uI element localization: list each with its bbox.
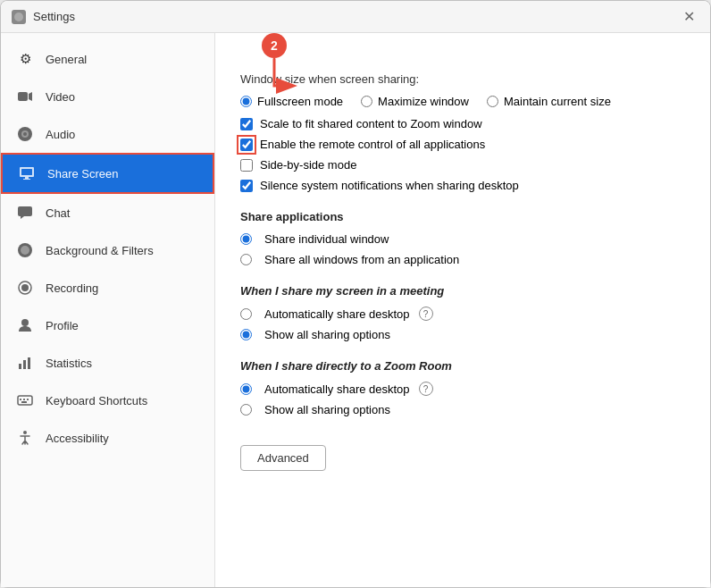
radio-maximize-input[interactable] [361,96,372,107]
radio-show-all-sharing-zoom-input[interactable] [240,404,252,416]
sidebar-label-statistics: Statistics [46,357,92,370]
checkbox-silence-notifications[interactable]: Silence system notifications when sharin… [240,179,685,192]
svg-point-16 [21,319,29,326]
svg-marker-11 [21,216,24,219]
settings-window: Settings ✕ ⚙ General Video [0,0,711,588]
sidebar-item-keyboard-shortcuts[interactable]: Keyboard Shortcuts [1,382,214,419]
svg-point-0 [14,13,23,21]
checkbox-enable-remote-input[interactable] [240,139,253,151]
radio-show-all-sharing-zoom[interactable]: Show all sharing options [240,403,685,416]
info-icon-meeting[interactable]: ? [419,307,433,321]
radio-maintain-label: Maintain current size [504,95,611,108]
checkbox-silence-notifications-label: Silence system notifications when sharin… [260,179,519,192]
svg-rect-21 [20,399,21,400]
checkbox-scale-fit[interactable]: Scale to fit shared content to Zoom wind… [240,117,685,130]
share-screen-icon [17,164,37,183]
svg-rect-10 [18,206,32,216]
settings-app-icon [12,10,26,24]
radio-share-individual-input[interactable] [240,233,252,245]
radio-maintain-input[interactable] [487,96,498,107]
sidebar-label-keyboard-shortcuts: Keyboard Shortcuts [46,394,147,407]
radio-maximize[interactable]: Maximize window [361,95,469,108]
share-applications-header: Share applications [240,210,685,223]
svg-rect-7 [21,169,32,175]
sidebar-label-accessibility: Accessibility [46,432,109,445]
radio-auto-share-desktop-meeting[interactable]: Automatically share desktop ? [240,307,685,321]
video-icon [15,87,35,106]
statistics-icon [15,353,35,373]
sidebar-label-video: Video [46,90,75,104]
sidebar-item-audio[interactable]: Audio [1,115,214,153]
arrow-2 [265,55,310,99]
sidebar-item-background-filters[interactable]: Background & Filters [1,231,214,269]
window-title: Settings [33,10,75,23]
svg-rect-20 [18,396,32,405]
sidebar-item-accessibility[interactable]: Accessibility [1,419,214,457]
radio-maximize-label: Maximize window [378,95,469,108]
svg-point-5 [23,132,27,136]
radio-auto-share-desktop-zoom-label: Automatically share desktop [264,382,410,396]
sidebar-item-recording[interactable]: Recording [1,269,214,307]
checkbox-side-by-side[interactable]: Side-by-side mode [240,158,685,172]
radio-share-all-windows-label: Share all windows from an application [264,253,459,266]
radio-share-individual[interactable]: Share individual window [240,232,685,246]
sidebar-label-share-screen: Share Screen [47,167,119,181]
checkbox-side-by-side-input[interactable] [240,159,253,172]
radio-show-all-sharing-meeting-input[interactable] [240,329,252,340]
radio-auto-share-desktop-zoom-input[interactable] [240,383,252,395]
checkbox-enable-remote[interactable]: Enable the remote control of all applica… [240,138,685,151]
sidebar-label-audio: Audio [46,128,75,141]
radio-show-all-sharing-zoom-label: Show all sharing options [264,403,390,416]
radio-auto-share-desktop-meeting-input[interactable] [240,308,252,320]
profile-icon [15,315,35,335]
sidebar-item-statistics[interactable]: Statistics [1,344,214,382]
sidebar-item-profile[interactable]: Profile [1,307,214,344]
annotation-wrapper-2: 2 [262,33,287,58]
sidebar-label-general: General [46,53,87,66]
svg-rect-17 [19,364,21,369]
close-button[interactable]: ✕ [678,6,699,28]
radio-maintain[interactable]: Maintain current size [487,95,611,108]
advanced-button[interactable]: Advanced [240,445,326,471]
svg-point-13 [21,246,29,255]
audio-icon [15,124,35,144]
radio-show-all-sharing-meeting[interactable]: Show all sharing options [240,328,685,341]
general-icon: ⚙ [15,49,35,69]
radio-share-individual-label: Share individual window [264,232,389,246]
background-filters-icon [15,240,35,260]
svg-rect-22 [23,399,25,400]
radio-share-all-windows[interactable]: Share all windows from an application [240,253,685,266]
sidebar-item-chat[interactable]: Chat [1,194,214,231]
checkbox-silence-notifications-input[interactable] [240,180,253,192]
checkbox-side-by-side-label: Side-by-side mode [260,158,356,172]
radio-auto-share-desktop-zoom[interactable]: Automatically share desktop ? [240,382,685,396]
sidebar-item-general[interactable]: ⚙ General [1,40,214,78]
chat-icon [15,203,35,223]
svg-rect-23 [27,399,29,400]
info-icon-zoom-room[interactable]: ? [419,382,433,396]
annotation-2: 2 [262,33,287,58]
svg-marker-2 [29,92,32,101]
svg-point-15 [21,284,29,291]
sidebar-item-share-screen[interactable]: Share Screen 1 [1,153,214,194]
checkbox-enable-remote-label: Enable the remote control of all applica… [260,138,485,151]
sidebar-label-recording: Recording [46,281,98,295]
svg-rect-8 [25,177,29,179]
svg-rect-9 [23,179,30,180]
radio-auto-share-desktop-meeting-label: Automatically share desktop [264,307,410,321]
sidebar-label-profile: Profile [46,319,79,332]
sidebar-label-background-filters: Background & Filters [46,244,154,257]
svg-rect-18 [23,360,26,369]
sidebar-item-video[interactable]: Video [1,78,214,115]
checkbox-scale-fit-label: Scale to fit shared content to Zoom wind… [260,117,482,130]
radio-share-all-windows-input[interactable] [240,254,252,265]
svg-rect-1 [18,92,28,101]
when-share-zoom-room-header: When I share directly to a Zoom Room [240,359,685,373]
radio-fullscreen-input[interactable] [240,96,252,107]
when-share-meeting-header: When I share my screen in a meeting [240,284,685,298]
sidebar-label-chat: Chat [46,206,70,220]
checkbox-scale-fit-input[interactable] [240,118,253,130]
titlebar: Settings ✕ [1,1,710,33]
svg-rect-24 [21,401,27,403]
sidebar: ⚙ General Video [1,33,215,587]
